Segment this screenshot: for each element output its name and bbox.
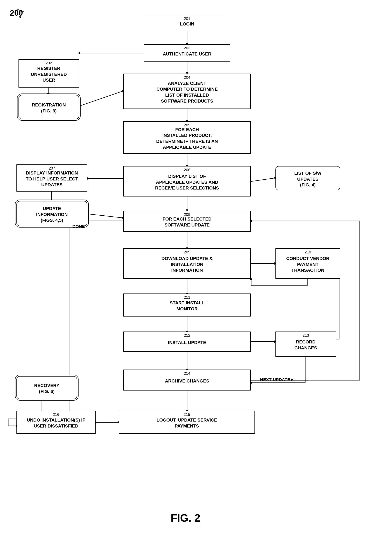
box-210-label: CONDUCT VENDORPAYMENTTRANSACTION bbox=[285, 256, 331, 273]
box-214: 214 ARCHIVE CHANGES bbox=[123, 370, 251, 391]
box-209-label: DOWNLOAD UPDATE &INSTALLATIONINFORMATION bbox=[160, 256, 215, 273]
box-201: 201 LOGIN bbox=[144, 15, 230, 31]
box-registration: REGISTRATION(FIG. 3) bbox=[19, 95, 79, 119]
box-201-label: LOGIN bbox=[178, 21, 196, 27]
box-215-num: 215 bbox=[184, 412, 190, 417]
box-214-label: ARCHIVE CHANGES bbox=[163, 378, 211, 384]
svg-marker-1 bbox=[19, 16, 21, 19]
box-216-label: UNDO INSTALLATION(S) IFUSER DISSATISFIED bbox=[25, 417, 87, 429]
box-204-num: 204 bbox=[184, 75, 190, 80]
box-208: 208 FOR EACH SELECTEDSOFTWARE UPDATE bbox=[123, 211, 251, 232]
svg-marker-7 bbox=[78, 52, 80, 54]
box-212-label: INSTALL UPDATE bbox=[166, 340, 208, 346]
box-204-label: ANALYZE CLIENTCOMPUTER TO DETERMINELIST … bbox=[155, 81, 219, 104]
box-212-num: 212 bbox=[184, 333, 190, 338]
box-204: 204 ANALYZE CLIENTCOMPUTER TO DETERMINEL… bbox=[123, 74, 251, 109]
diagram-squiggle bbox=[10, 9, 26, 19]
box-211-num: 211 bbox=[184, 295, 190, 300]
box-214-num: 214 bbox=[184, 371, 190, 376]
box-206: 206 DISPLAY LIST OFAPPLICABLE UPDATES AN… bbox=[123, 166, 251, 196]
box-211: 211 START INSTALLMONITOR bbox=[123, 293, 251, 316]
box-207-num: 207 bbox=[49, 166, 55, 171]
box-210: 210 CONDUCT VENDORPAYMENTTRANSACTION bbox=[275, 248, 340, 279]
box-213: 213 RECORDCHANGES bbox=[275, 331, 336, 357]
box-update-info: UPDATEINFORMATION(FIGS. 4,5) bbox=[16, 201, 87, 226]
label-done: DONE bbox=[72, 224, 85, 229]
box-215: 215 LOGOUT, UPDATE SERVICEPAYMENTS bbox=[119, 411, 255, 434]
svg-line-10 bbox=[78, 91, 123, 107]
box-207: 207 DISPLAY INFORMATIONTO HELP USER SELE… bbox=[16, 164, 87, 191]
box-sw-list-label: LIST OF S/WUPDATES(FIG. 4) bbox=[293, 170, 323, 188]
box-recovery: RECOVERY(FIG. 6) bbox=[16, 376, 77, 399]
box-213-label: RECORDCHANGES bbox=[293, 339, 319, 351]
box-205: 205 FOR EACHINSTALLED PRODUCT,DETERMINE … bbox=[123, 121, 251, 154]
box-209-num: 209 bbox=[184, 250, 190, 255]
box-210-num: 210 bbox=[305, 250, 311, 255]
box-206-num: 206 bbox=[184, 167, 190, 173]
diagram-container: 200 bbox=[0, 0, 392, 535]
box-211-label: START INSTALLMONITOR bbox=[168, 300, 206, 312]
box-208-num: 208 bbox=[184, 212, 190, 217]
box-203-label: AUTHENTICATE USER bbox=[161, 51, 213, 57]
box-216: 216 UNDO INSTALLATION(S) IFUSER DISSATIS… bbox=[16, 411, 96, 434]
box-213-num: 213 bbox=[303, 333, 309, 338]
box-212: 212 INSTALL UPDATE bbox=[123, 331, 251, 352]
box-208-label: FOR EACH SELECTEDSOFTWARE UPDATE bbox=[161, 216, 213, 228]
box-203: 203 AUTHENTICATE USER bbox=[144, 44, 230, 62]
box-209: 209 DOWNLOAD UPDATE &INSTALLATIONINFORMA… bbox=[123, 248, 251, 279]
box-207-label: DISPLAY INFORMATIONTO HELP USER SELECTUP… bbox=[24, 170, 80, 188]
box-215-label: LOGOUT, UPDATE SERVICEPAYMENTS bbox=[155, 417, 219, 429]
box-203-num: 203 bbox=[184, 46, 190, 51]
box-recovery-label: RECOVERY(FIG. 6) bbox=[33, 383, 61, 394]
box-206-label: DISPLAY LIST OFAPPLICABLE UPDATES ANDREC… bbox=[154, 173, 221, 191]
box-216-num: 216 bbox=[53, 412, 59, 417]
box-sw-list: LIST OF S/WUPDATES(FIG. 4) bbox=[275, 166, 340, 190]
label-next-update: NEXT UPDATE► bbox=[260, 377, 294, 382]
box-202-num: 202 bbox=[46, 61, 52, 66]
box-202: 202 REGISTERUNREGISTEREDUSER bbox=[19, 59, 79, 88]
svg-line-22 bbox=[251, 178, 275, 181]
box-205-label: FOR EACHINSTALLED PRODUCT,DETERMINE IF T… bbox=[154, 127, 219, 150]
figure-label: FIG. 2 bbox=[171, 512, 200, 524]
box-202-label: REGISTERUNREGISTEREDUSER bbox=[29, 65, 68, 83]
box-registration-label: REGISTRATION(FIG. 3) bbox=[30, 102, 67, 114]
box-201-num: 201 bbox=[184, 16, 190, 21]
box-205-num: 205 bbox=[184, 123, 190, 128]
svg-line-20 bbox=[86, 214, 123, 218]
box-update-info-label: UPDATEINFORMATION(FIGS. 4,5) bbox=[35, 206, 70, 223]
